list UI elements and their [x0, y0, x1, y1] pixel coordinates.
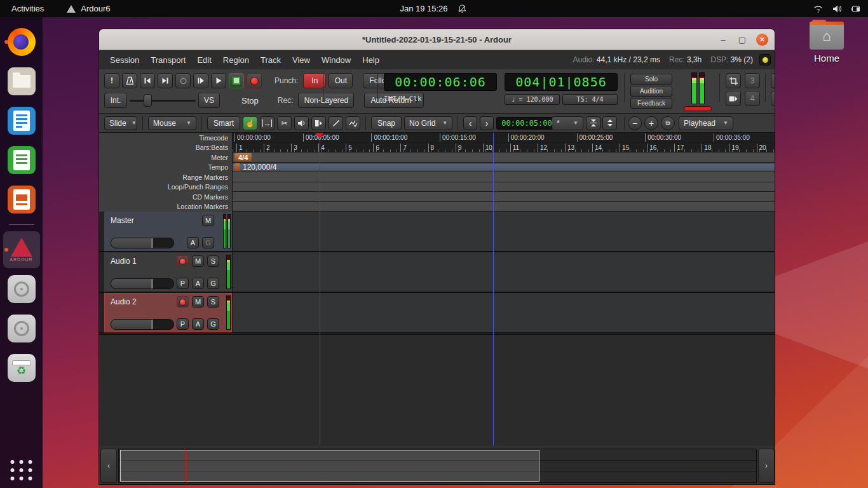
summary-scroll-right-button[interactable]: › — [758, 449, 775, 483]
time-signature-button[interactable]: TS: 4/4 — [562, 94, 618, 105]
record-button[interactable] — [247, 73, 262, 88]
ruler-label-tempo[interactable]: Tempo — [99, 163, 232, 173]
automation-button[interactable]: A — [192, 278, 204, 289]
shuttle-slider[interactable] — [130, 93, 196, 107]
playlist-button[interactable]: P — [177, 318, 189, 330]
zoom-out-button[interactable]: − — [628, 116, 642, 130]
zoom-to-session-button[interactable]: ⧉ — [661, 116, 675, 130]
location-markers-lane[interactable] — [233, 202, 775, 212]
sync-source-button[interactable]: Int. — [104, 93, 127, 108]
automation-button[interactable]: A — [187, 237, 199, 248]
marker-dropdown[interactable]: *▼ — [552, 116, 583, 130]
window-titlebar[interactable]: *Untitled-2022-01-19-15-21-50 - Ardour –… — [99, 29, 775, 50]
tempo-marker-icon[interactable] — [234, 163, 240, 172]
maximize-button[interactable]: ▢ — [737, 35, 747, 44]
monitor-input-button[interactable] — [726, 73, 741, 88]
edit-point-dropdown[interactable]: Mouse▼ — [148, 116, 196, 130]
track-name[interactable]: Audio 2 — [111, 297, 137, 306]
loop-button[interactable] — [175, 73, 191, 88]
range-tool-button[interactable]: ↔ — [260, 116, 275, 130]
record-arm-button[interactable] — [177, 255, 189, 267]
menu-help[interactable]: Help — [356, 55, 385, 65]
mute-button[interactable]: M — [192, 255, 204, 267]
audition-tool-button[interactable] — [294, 116, 309, 130]
nudge-clock[interactable]: 00:00:05:00 — [496, 117, 557, 130]
midi-panic-button[interactable]: ! — [104, 73, 119, 88]
content-tool-button[interactable] — [346, 116, 360, 130]
tempo-button[interactable]: ♩ = 120,000 — [505, 94, 560, 105]
menu-view[interactable]: View — [287, 55, 316, 65]
track-name[interactable]: Master — [111, 216, 134, 225]
mix-page-button[interactable]: Mix — [771, 91, 775, 106]
zoom-in-button[interactable]: + — [644, 116, 658, 130]
track-header-audio2[interactable]: Audio 2 M S P A G — [99, 293, 233, 332]
ruler-label-bars-beats[interactable]: Bars:Beats — [99, 143, 232, 153]
summary-scroll-left-button[interactable]: ‹ — [100, 449, 117, 483]
track-canvas-master[interactable] — [233, 212, 775, 251]
dock-item-software-1[interactable] — [3, 271, 40, 308]
solo-button[interactable]: S — [207, 296, 219, 308]
gain-fader[interactable] — [111, 238, 174, 248]
timecode-ruler[interactable]: 00:00:00:0000:00:05:0000:00:10:0000:00:1… — [233, 133, 775, 143]
show-applications-button[interactable] — [10, 460, 32, 480]
focused-app-menu[interactable]: Ardour6 — [67, 4, 110, 13]
dock-item-trash[interactable]: ♻ — [3, 349, 40, 386]
track-canvas-audio1[interactable] — [233, 252, 775, 292]
ruler-label-meter[interactable]: Meter — [99, 152, 232, 163]
snap-button[interactable]: Snap — [371, 116, 402, 130]
group-button[interactable]: G — [202, 237, 214, 248]
clock-menu[interactable]: Jan 19 15:26 — [400, 4, 468, 14]
ruler-label-location-markers[interactable]: Location Markers — [99, 202, 232, 212]
dock-item-software-2[interactable] — [3, 310, 40, 347]
mute-button[interactable]: M — [202, 215, 214, 226]
track-name[interactable]: Audio 1 — [111, 257, 137, 266]
meter-marker[interactable]: 4/4 — [234, 153, 252, 161]
dock-item-libreoffice-calc[interactable] — [3, 142, 40, 179]
clip-indicator[interactable] — [684, 106, 712, 111]
primary-clock[interactable]: 00:00:06:06 — [384, 73, 497, 91]
mute-button[interactable]: M — [192, 296, 204, 308]
range-markers-lane[interactable] — [233, 172, 775, 182]
varispeed-button[interactable]: VS — [198, 93, 220, 108]
secondary-clock[interactable]: 004|01|0856 — [505, 73, 618, 91]
activities-button[interactable]: Activities — [11, 4, 44, 13]
editor-empty-area[interactable] — [99, 334, 775, 445]
monitor-disk-count[interactable]: 4 — [745, 91, 760, 106]
goto-start-button[interactable] — [140, 73, 155, 88]
smart-mode-button[interactable]: Smart — [207, 116, 240, 130]
record-mode-button[interactable]: Non-Layered — [298, 93, 354, 108]
gain-fader[interactable] — [111, 319, 174, 330]
track-canvas-audio2[interactable] — [233, 293, 775, 332]
track-header-audio1[interactable]: Audio 1 M S P A G — [99, 252, 233, 292]
menu-window[interactable]: Window — [316, 55, 356, 65]
rec-page-button[interactable]: Rec — [771, 73, 775, 88]
nudge-back-button[interactable]: ‹ — [463, 116, 477, 130]
dock-item-files[interactable] — [3, 63, 40, 100]
dock-item-ardour[interactable]: ARDOUR — [3, 231, 40, 268]
solo-indicator[interactable]: Solo — [630, 74, 672, 85]
ruler-label-range-markers[interactable]: Range Markers — [99, 172, 232, 182]
cut-tool-button[interactable]: ✂ — [277, 116, 292, 130]
record-arm-button[interactable] — [177, 296, 189, 308]
draw-tool-button[interactable] — [329, 116, 343, 130]
play-button[interactable] — [211, 73, 226, 88]
loop-punch-lane[interactable] — [233, 182, 775, 193]
metronome-button[interactable] — [122, 73, 137, 88]
goto-end-button[interactable] — [158, 73, 173, 88]
tempo-lane[interactable]: 120,000/4 — [233, 163, 775, 173]
monitor-input-count[interactable]: 3 — [745, 73, 760, 88]
desktop-home-shortcut[interactable]: ⌂ Home — [804, 23, 849, 64]
gain-fader[interactable] — [111, 278, 174, 289]
dock-item-libreoffice-impress[interactable] — [3, 181, 40, 218]
summary-overview[interactable] — [118, 449, 757, 483]
menu-region[interactable]: Region — [217, 55, 255, 65]
group-button[interactable]: G — [207, 318, 219, 330]
menu-track[interactable]: Track — [255, 55, 287, 65]
zoom-focus-dropdown[interactable]: Playhead▼ — [679, 116, 733, 130]
bars-ruler[interactable]: 1234567891011121314151617181920 — [233, 143, 775, 153]
group-button[interactable]: G — [207, 278, 219, 289]
nudge-forward-button[interactable]: › — [480, 116, 494, 130]
system-status-area[interactable]: ? — [812, 4, 862, 14]
shrink-tracks-button[interactable] — [586, 116, 600, 130]
monitor-disk-button[interactable] — [726, 91, 741, 106]
